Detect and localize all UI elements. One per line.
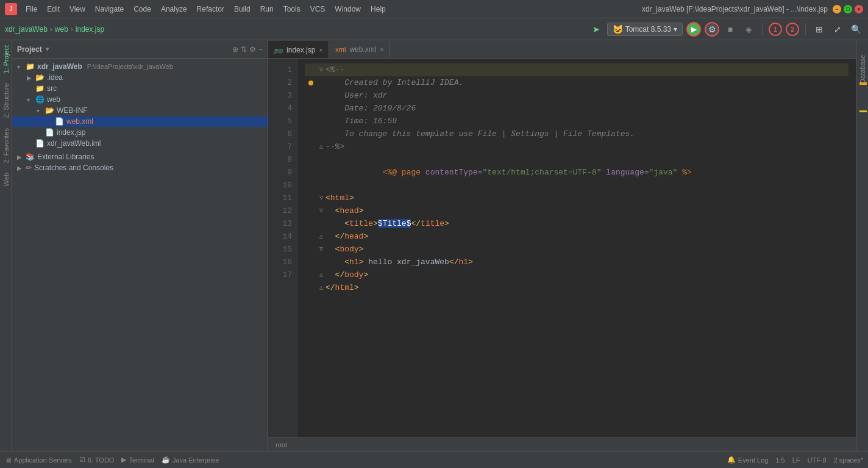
vtab-web[interactable]: Web [1,168,12,191]
menu-vcs[interactable]: VCS [307,4,329,15]
line-ending-label: LF [792,456,800,464]
breadcrumb-project[interactable]: xdr_javaWeb [5,25,48,34]
code-text-3: User: xdr [326,89,387,102]
code-line-14: <h1> hello xdr_javaWeb</h1> [305,256,848,268]
minimize-button[interactable]: − [833,5,841,13]
menu-help[interactable]: Help [367,4,390,15]
circle-label-2[interactable]: 2 [786,23,799,36]
breadcrumb-root[interactable]: root [276,441,287,448]
status-java-enterprise[interactable]: ☕ Java Enterprise [162,456,219,464]
code-line-11: <title>$Title$</title> [305,217,848,230]
tree-item-webinf[interactable]: ▾ 📂 WEB-INF [12,105,268,116]
fold-btn-7[interactable]: △ [317,143,326,151]
code-text-14: <h1> hello xdr_javaWeb</h1> [326,256,473,268]
fold-btn-11 [317,220,326,228]
expand-icon[interactable]: ⤢ [830,22,845,37]
tab-close-indexjsp[interactable]: × [319,47,322,54]
status-line-ending[interactable]: LF [792,456,800,464]
search-icon[interactable]: 🔍 [848,22,863,37]
code-content[interactable]: ▽ <%-- Created by IntelliJ IDEA. User: x… [297,59,856,437]
fold-btn-13[interactable]: ▽ [317,245,326,254]
fold-btn-10[interactable]: ▽ [317,207,326,215]
code-line-8: <%@ page contentType="text/html;charset=… [305,153,848,192]
tab-label-indexjsp: index.jsp [286,46,315,54]
menu-file[interactable]: File [22,4,41,15]
fold-btn-1[interactable]: ▽ [317,66,326,74]
tree-item-web[interactable]: ▾ 🌐 web [12,94,268,105]
code-text-2: Created by IntelliJ IDEA. [326,76,463,89]
scroll-marker-2 [859,110,867,112]
grid-view-icon[interactable]: ⊞ [812,22,827,37]
menu-analyze[interactable]: Analyze [157,4,191,15]
status-position[interactable]: 1:5 [775,456,784,464]
locate-icon[interactable]: ⊕ [232,45,238,54]
breadcrumb-web[interactable]: web [55,25,68,34]
server-selector[interactable]: 🐱 Tomcat 8.5.33 ▾ [607,23,683,36]
java-enterprise-icon: ☕ [162,456,170,464]
tree-item-idea[interactable]: ▶ 📂 .idea [12,72,268,83]
menu-navigate[interactable]: Navigate [91,4,127,15]
scratch-icon: ✏ [26,164,32,172]
xml-tab-icon: xml [335,46,346,53]
panel-dropdown-icon[interactable]: ▾ [46,45,49,53]
status-indent[interactable]: 2 spaces* [834,456,863,464]
terminal-icon: ▶ [121,456,126,464]
vtab-favorites[interactable]: 2: Favorites [1,123,12,168]
tree-item-webxml[interactable]: 📄 web.xml [12,116,268,127]
menu-window[interactable]: Window [331,4,365,15]
menu-run[interactable]: Run [257,4,277,15]
profile-icon[interactable]: ◈ [741,22,756,37]
menu-build[interactable]: Build [230,4,254,15]
settings-icon[interactable]: ⚙ [249,45,256,54]
maximize-button[interactable]: □ [844,5,852,13]
fold-btn-9[interactable]: ▽ [317,194,326,203]
sort-icon[interactable]: ⇅ [241,45,247,54]
menu-code[interactable]: Code [130,4,155,15]
fold-btn-12[interactable]: △ [317,232,326,241]
tree-item-src[interactable]: 📁 src [12,83,268,94]
editor-breadcrumb: root [268,437,856,451]
menu-bar: File Edit View Navigate Code Analyze Ref… [22,4,637,15]
tab-indexjsp[interactable]: jsp index.jsp × [268,41,329,58]
tree-item-extlibs[interactable]: ▶ 📚 External Libraries [12,151,268,162]
status-event-log[interactable]: 🔔 Event Log [727,456,769,464]
fold-btn-5 [317,117,326,126]
tree-item-project-root[interactable]: ▾ 📁 xdr_javaWeb F:\IdeaProjects\xdr_java… [12,61,268,72]
status-app-servers[interactable]: 🖥 Application Servers [5,456,72,464]
status-todo[interactable]: ☑ 6: TODO [79,456,115,464]
code-text-5: Time: 16:59 [326,115,397,128]
server-name: Tomcat 8.5.33 [625,25,671,34]
code-text-6: To change this template use File | Setti… [326,128,635,140]
breadcrumb-file[interactable]: index.jsp [76,25,104,34]
tab-close-webxml[interactable]: × [380,46,383,53]
expand-arrow-icon: ▾ [27,96,33,103]
fold-btn-2 [317,79,326,87]
circle-label-1[interactable]: 1 [769,23,782,36]
dropdown-arrow-icon: ▾ [674,25,677,34]
menu-edit[interactable]: Edit [43,4,63,15]
menu-refactor[interactable]: Refactor [193,4,228,15]
vtab-structure[interactable]: Z: Structure [1,78,12,123]
tree-item-indexjsp[interactable]: 📄 index.jsp [12,127,268,138]
menu-view[interactable]: View [66,4,89,15]
fold-btn-16[interactable]: △ [317,284,326,292]
tree-item-iml[interactable]: 📄 xdr_javaWeb.iml [12,138,268,149]
fold-btn-15[interactable]: △ [317,271,326,279]
navigate-icon[interactable]: ➤ [589,22,603,37]
vtab-project[interactable]: 1: Project [1,40,12,78]
main-content: 1: Project Z: Structure 2: Favorites Web… [0,40,868,451]
tree-item-scratches[interactable]: ▶ ✏ Scratches and Consoles [12,162,268,173]
minimize-panel-icon[interactable]: − [258,45,263,54]
status-terminal[interactable]: ▶ Terminal [121,456,154,464]
status-encoding[interactable]: UTF-8 [808,456,827,464]
code-text-7: --%> [326,140,344,153]
code-text-10: <head> [326,204,363,217]
run-button[interactable]: ▶ [686,22,701,37]
xml-file-icon: 📄 [55,117,64,126]
code-line-15: △ </body> [305,268,848,281]
close-button[interactable]: × [855,5,863,13]
stop-icon[interactable]: ■ [723,22,738,37]
debug-settings-button[interactable]: ⚙ [705,22,719,37]
tab-webxml[interactable]: xml web.xml × [329,41,390,58]
menu-tools[interactable]: Tools [280,4,304,15]
